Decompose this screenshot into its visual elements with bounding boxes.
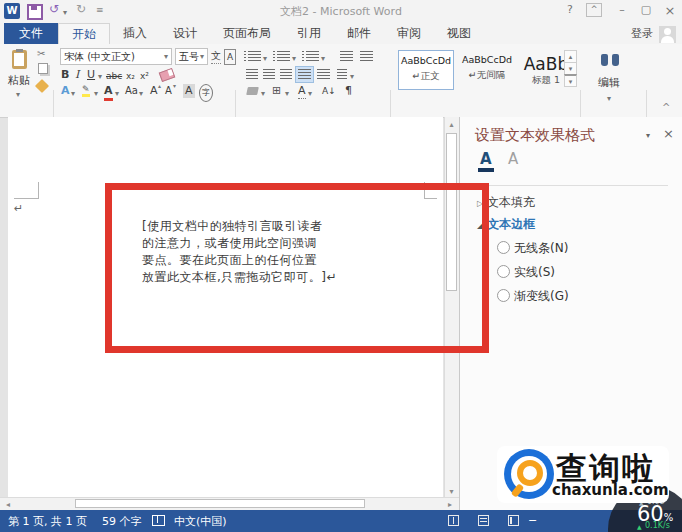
numbered-list-dropdown-icon[interactable]: ▾ [292,54,296,63]
phonetic-guide-icon[interactable]: 文 [211,49,221,64]
align-center-icon[interactable] [263,69,275,80]
sign-in-link[interactable]: 登录 [631,23,653,44]
grow-font-button[interactable]: A [150,84,158,98]
account-avatar[interactable] [659,26,676,43]
find-binoculars-icon[interactable] [601,54,619,66]
font-name-combo[interactable]: 宋体 (中文正文) ▾ [60,48,172,65]
justify-button-selected[interactable] [295,66,314,83]
paste-dropdown-icon[interactable]: ▾ [16,90,20,99]
text-fill-outline-tab[interactable]: A [478,150,494,172]
help-icon[interactable]: ? [560,3,580,16]
italic-button[interactable]: I [75,68,79,82]
text-effects-tab[interactable]: A [508,150,518,168]
horizontal-scroll-thumb[interactable] [75,499,365,508]
subscript-button[interactable]: x₂ [126,69,135,83]
highlight-dropdown-icon[interactable]: ▾ [94,89,98,98]
superscript-button[interactable]: x² [140,69,149,83]
tab-view[interactable]: 视图 [434,23,484,44]
minimize-icon[interactable]: – [612,3,632,16]
strikethrough-button[interactable]: abc [106,69,122,83]
cut-icon[interactable]: ✂ [37,48,45,59]
proofing-icon[interactable] [152,515,165,526]
close-icon[interactable]: × [660,3,680,18]
zoom-out-icon[interactable]: − [528,514,537,527]
font-name-dropdown-icon[interactable]: ▾ [164,52,168,61]
copy-icon[interactable] [38,63,48,74]
highlight-button[interactable]: ✎ [82,84,90,97]
borders-dropdown-icon[interactable]: ▾ [285,89,289,98]
numbered-list-icon[interactable] [277,51,290,62]
align-right-icon[interactable] [280,69,292,80]
tab-review[interactable]: 审阅 [384,23,434,44]
decrease-indent-icon[interactable] [340,51,353,62]
print-layout-icon[interactable] [478,515,489,526]
pane-close-icon[interactable]: × [663,126,674,141]
radio-solid-line-label[interactable]: 实线(S) [514,264,555,281]
change-case-button[interactable]: Aa [125,84,138,98]
bullet-list-icon[interactable] [248,51,261,62]
line-spacing-icon[interactable] [337,69,347,80]
character-border-icon[interactable]: A [224,49,236,65]
tab-references[interactable]: 引用 [284,23,334,44]
line-spacing-dropdown-icon[interactable]: ▾ [350,72,354,81]
scroll-right-icon[interactable]: ▸ [444,500,456,509]
underline-dropdown-icon[interactable]: ▾ [98,72,102,81]
radio-gradient-line-label[interactable]: 渐变线(G) [514,288,569,305]
bullet-list-dropdown-icon[interactable]: ▾ [263,54,267,63]
tab-design[interactable]: 设计 [160,23,210,44]
show-marks-icon[interactable]: ¶ [345,84,352,98]
editing-group-button[interactable]: 编辑 [598,76,620,90]
increase-indent-icon[interactable] [360,51,373,62]
asian-layout-dropdown-icon[interactable]: ▾ [308,89,312,98]
format-painter-icon[interactable] [35,79,49,93]
character-shading-button[interactable]: A [183,84,195,98]
font-size-dropdown-icon[interactable]: ▾ [200,52,204,61]
tab-mailings[interactable]: 邮件 [334,23,384,44]
change-case-dropdown-icon[interactable]: ▾ [139,89,143,98]
radio-no-line[interactable] [497,241,510,254]
scroll-up-icon[interactable]: ▴ [444,120,459,129]
maximize-icon[interactable]: ▢ [636,3,656,16]
tab-insert[interactable]: 插入 [110,23,160,44]
editing-dropdown-icon[interactable]: ▾ [607,94,611,103]
multilevel-list-icon[interactable] [306,51,319,62]
tab-home[interactable]: 开始 [58,23,110,44]
pane-menu-icon[interactable]: ▾ [646,131,650,140]
sort-icon[interactable]: A↓ [322,84,336,98]
styles-gallery-more-icon[interactable]: ▾ [564,74,577,87]
zoom-level[interactable]: 60% [637,502,673,526]
radio-gradient-line[interactable] [497,289,510,302]
font-color-dropdown-icon[interactable]: ▾ [115,89,119,98]
font-color-button[interactable]: A [104,84,113,101]
web-layout-icon[interactable] [508,515,519,526]
shading-bucket-icon[interactable] [246,87,259,95]
style-normal[interactable]: AaBbCcDd ↵正文 [398,50,454,90]
radio-no-line-label[interactable]: 无线条(N) [514,240,568,257]
language-indicator[interactable]: 中文(中国) [174,514,227,529]
scroll-down-icon[interactable]: ▾ [444,487,459,496]
word-count[interactable]: 59 个字 [102,514,142,529]
underline-button[interactable]: U [87,68,95,82]
borders-icon[interactable]: ⊞ [272,84,281,98]
paste-label[interactable]: 粘贴 [8,74,30,88]
distribute-icon[interactable] [317,69,330,80]
tab-file[interactable]: 文件 [4,23,58,44]
shading-dropdown-icon[interactable]: ▾ [261,89,265,98]
paste-button[interactable] [12,50,27,69]
tab-page-layout[interactable]: 页面布局 [210,23,284,44]
clear-formatting-icon[interactable] [159,68,176,82]
align-left-icon[interactable] [246,69,258,80]
page-indicator[interactable]: 第 1 页, 共 1 页 [8,514,87,529]
scroll-left-icon[interactable]: ◂ [2,500,14,509]
text-effects-dropdown-icon[interactable]: ▾ [71,89,75,98]
ribbon-display-options-icon[interactable]: ^ [586,3,602,17]
collapse-ribbon-icon[interactable]: ^ [662,102,670,113]
enclose-characters-button[interactable]: 字 [199,84,213,102]
asian-layout-icon[interactable]: A [298,84,306,99]
text-effects-button[interactable]: A [61,84,70,98]
bold-button[interactable]: B [61,68,69,82]
multilevel-list-dropdown-icon[interactable]: ▾ [321,54,325,63]
font-size-combo[interactable]: 五号 ▾ [175,48,208,65]
shrink-font-button[interactable]: A [165,84,172,98]
read-mode-icon[interactable] [448,515,459,526]
